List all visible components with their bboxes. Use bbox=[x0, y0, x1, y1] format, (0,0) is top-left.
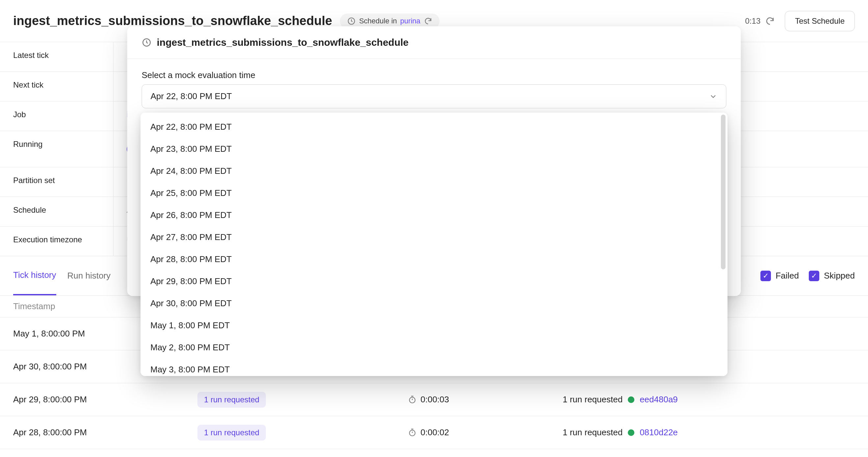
duration-text: 0:00:03 bbox=[421, 395, 449, 405]
run-id-link[interactable]: 0810d22e bbox=[640, 427, 678, 437]
page-title: ingest_metrics_submissions_to_snowflake_… bbox=[13, 14, 332, 28]
cell-duration: 0:00:02 bbox=[408, 427, 563, 437]
dialog-header: ingest_metrics_submissions_to_snowflake_… bbox=[127, 26, 741, 59]
filter-failed[interactable]: ✓ Failed bbox=[761, 270, 799, 281]
test-schedule-button[interactable]: Test Schedule bbox=[785, 11, 855, 31]
dropdown-option[interactable]: Apr 24, 8:00 PM EDT bbox=[141, 160, 727, 182]
dropdown-option[interactable]: Apr 22, 8:00 PM EDT bbox=[141, 116, 727, 138]
cell-status: 1 run requested bbox=[197, 392, 408, 408]
label-next-tick: Next tick bbox=[0, 72, 114, 101]
evaluation-time-selected: Apr 22, 8:00 PM EDT bbox=[151, 91, 232, 102]
duration-text: 0:00:02 bbox=[421, 427, 449, 437]
clock-icon bbox=[347, 17, 356, 25]
chevron-down-icon bbox=[709, 92, 718, 101]
dropdown-option[interactable]: Apr 27, 8:00 PM EDT bbox=[141, 226, 727, 248]
reload-icon[interactable] bbox=[424, 17, 432, 25]
dropdown-option[interactable]: Apr 28, 8:00 PM EDT bbox=[141, 248, 727, 270]
table-row[interactable]: Apr 29, 8:00:00 PM1 run requested0:00:03… bbox=[0, 383, 868, 416]
dropdown-option[interactable]: May 3, 8:00 PM EDT bbox=[141, 359, 727, 376]
label-partition-set: Partition set bbox=[0, 167, 114, 197]
checkbox-failed[interactable]: ✓ bbox=[761, 270, 771, 281]
dropdown-option[interactable]: Apr 30, 8:00 PM EDT bbox=[141, 292, 727, 314]
dropdown-option[interactable]: Apr 26, 8:00 PM EDT bbox=[141, 204, 727, 226]
label-schedule: Schedule bbox=[0, 197, 114, 226]
run-requested-badge: 1 run requested bbox=[197, 425, 266, 440]
stopwatch-icon bbox=[408, 395, 416, 404]
clock-icon bbox=[142, 37, 152, 48]
run-id-link[interactable]: eed480a9 bbox=[640, 395, 678, 405]
runs-text: 1 run requested bbox=[563, 427, 623, 437]
dropdown-option[interactable]: May 1, 8:00 PM EDT bbox=[141, 314, 727, 337]
tab-run-history[interactable]: Run history bbox=[67, 257, 111, 295]
dropdown-option[interactable]: Apr 25, 8:00 PM EDT bbox=[141, 182, 727, 204]
cell-runs: 1 run requested0810d22e bbox=[563, 427, 868, 437]
refresh-icon[interactable] bbox=[765, 16, 775, 26]
label-running: Running bbox=[0, 131, 114, 167]
schedule-chip-link[interactable]: purina bbox=[400, 17, 420, 25]
dropdown-scrollbar[interactable] bbox=[721, 115, 725, 269]
evaluation-time-dropdown[interactable]: Apr 22, 8:00 PM EDTApr 23, 8:00 PM EDTAp… bbox=[141, 113, 727, 376]
countdown-timer: 0:13 bbox=[745, 17, 761, 26]
label-execution-tz: Execution timezone bbox=[0, 227, 114, 256]
schedule-chip-prefix: Schedule in bbox=[359, 17, 397, 25]
status-dot-success bbox=[628, 396, 634, 403]
label-latest-tick: Latest tick bbox=[0, 42, 114, 72]
table-row[interactable]: Apr 28, 8:00:00 PM1 run requested0:00:02… bbox=[0, 416, 868, 449]
tab-tick-history[interactable]: Tick history bbox=[13, 256, 56, 295]
cell-duration: 0:00:03 bbox=[408, 395, 563, 405]
evaluation-time-select[interactable]: Apr 22, 8:00 PM EDT bbox=[142, 84, 726, 108]
dialog-title: ingest_metrics_submissions_to_snowflake_… bbox=[157, 37, 409, 48]
filter-skipped-label: Skipped bbox=[824, 270, 855, 281]
cell-runs: 1 run requestedeed480a9 bbox=[563, 395, 868, 405]
status-dot-success bbox=[628, 429, 634, 436]
run-requested-badge: 1 run requested bbox=[197, 392, 266, 408]
dropdown-option[interactable]: Apr 23, 8:00 PM EDT bbox=[141, 138, 727, 160]
evaluation-time-label: Select a mock evaluation time bbox=[142, 70, 726, 80]
checkbox-skipped[interactable]: ✓ bbox=[809, 270, 819, 281]
dropdown-option[interactable]: Apr 29, 8:00 PM EDT bbox=[141, 270, 727, 292]
cell-status: 1 run requested bbox=[197, 425, 408, 440]
cell-timestamp: Apr 29, 8:00:00 PM bbox=[0, 395, 197, 405]
cell-timestamp: Apr 28, 8:00:00 PM bbox=[0, 427, 197, 437]
filter-failed-label: Failed bbox=[776, 270, 799, 281]
runs-text: 1 run requested bbox=[563, 395, 623, 405]
filter-skipped[interactable]: ✓ Skipped bbox=[809, 270, 855, 281]
stopwatch-icon bbox=[408, 428, 416, 437]
dropdown-option[interactable]: May 2, 8:00 PM EDT bbox=[141, 337, 727, 359]
label-job: Job bbox=[0, 102, 114, 131]
